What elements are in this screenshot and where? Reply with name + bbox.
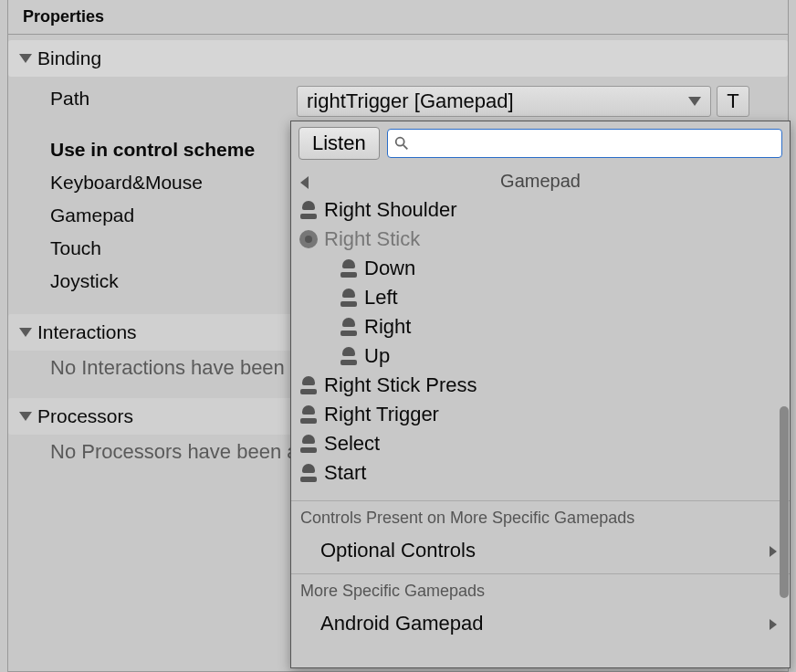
- button-icon: [339, 258, 359, 278]
- search-field[interactable]: [387, 129, 782, 158]
- list-item[interactable]: Down: [291, 254, 790, 283]
- scheme-label: Keyboard&Mouse: [50, 172, 280, 194]
- path-value: rightTrigger [Gamepad]: [307, 89, 514, 113]
- list-item[interactable]: Up: [291, 341, 790, 371]
- list-item[interactable]: Right Stick: [291, 225, 790, 254]
- button-icon: [339, 346, 359, 366]
- search-icon: [393, 135, 410, 152]
- popup-toolbar: Listen: [291, 121, 790, 165]
- control-list: Right Shoulder Right Stick Down Left Rig…: [291, 195, 790, 495]
- properties-header: Properties: [8, 0, 788, 35]
- item-label: Right Trigger: [324, 403, 439, 426]
- list-item[interactable]: Right Trigger: [291, 400, 790, 429]
- t-button-label: T: [727, 89, 738, 112]
- dropdown-caret-icon: [688, 97, 701, 106]
- foldout-triangle-icon: [19, 412, 32, 421]
- item-label: Right Stick Press: [324, 373, 477, 397]
- use-in-label: Use in control scheme: [50, 139, 280, 161]
- scrollbar-thumb[interactable]: [780, 406, 789, 598]
- android-gamepad-nav[interactable]: Android Gamepad: [291, 606, 790, 641]
- button-icon: [298, 463, 319, 483]
- item-label: Right Shoulder: [324, 198, 457, 222]
- list-item[interactable]: Right Stick Press: [291, 371, 790, 400]
- item-label: Select: [324, 432, 380, 456]
- popup-header-label: Gamepad: [500, 171, 581, 191]
- item-label: Right Stick: [324, 227, 420, 251]
- listen-button[interactable]: Listen: [298, 127, 380, 160]
- chevron-left-icon: [300, 176, 309, 189]
- item-label: Up: [364, 344, 390, 368]
- item-label: Start: [324, 461, 366, 485]
- scheme-label: Touch: [50, 237, 280, 259]
- processors-header-label: Processors: [37, 405, 133, 427]
- binding-foldout[interactable]: Binding: [8, 40, 788, 77]
- properties-title: Properties: [23, 7, 104, 26]
- scheme-label: Gamepad: [50, 205, 280, 226]
- list-item[interactable]: Right Shoulder: [291, 195, 790, 225]
- listen-label: Listen: [312, 131, 366, 154]
- button-icon: [298, 200, 319, 220]
- popup-section-label: More Specific Gamepads: [291, 574, 790, 606]
- chevron-right-icon: [770, 539, 777, 562]
- button-icon: [339, 288, 359, 308]
- subnav-label: Android Gamepad: [320, 612, 484, 635]
- interactions-header-label: Interactions: [37, 321, 137, 343]
- path-dropdown[interactable]: rightTrigger [Gamepad]: [297, 86, 711, 117]
- binding-header-label: Binding: [37, 47, 101, 69]
- button-icon: [298, 434, 319, 454]
- foldout-triangle-icon: [19, 328, 32, 337]
- item-label: Down: [364, 257, 415, 280]
- item-label: Left: [364, 286, 398, 310]
- chevron-right-icon: [770, 612, 777, 635]
- list-item[interactable]: Right: [291, 312, 790, 341]
- scheme-label: Joystick: [50, 270, 280, 292]
- item-label: Right: [364, 315, 411, 339]
- button-icon: [339, 317, 359, 337]
- search-input[interactable]: [414, 130, 781, 157]
- optional-controls-nav[interactable]: Optional Controls: [291, 533, 790, 568]
- stick-icon: [298, 229, 319, 249]
- button-icon: [298, 375, 319, 395]
- control-picker-popup: Listen Gamepad Right Shoulder Right Stic…: [290, 121, 791, 668]
- popup-breadcrumb: Gamepad: [291, 165, 790, 195]
- list-item[interactable]: Left: [291, 283, 790, 312]
- text-mode-button[interactable]: T: [717, 86, 749, 117]
- button-icon: [298, 404, 319, 425]
- svg-line-1: [403, 145, 408, 150]
- svg-point-0: [395, 138, 403, 146]
- back-button[interactable]: [300, 173, 309, 194]
- list-item[interactable]: Select: [291, 429, 790, 458]
- subnav-label: Optional Controls: [320, 539, 476, 562]
- path-label: Path: [50, 88, 280, 110]
- foldout-triangle-icon: [19, 54, 32, 63]
- popup-section-label: Controls Present on More Specific Gamepa…: [291, 501, 790, 533]
- list-item[interactable]: Start: [291, 458, 790, 488]
